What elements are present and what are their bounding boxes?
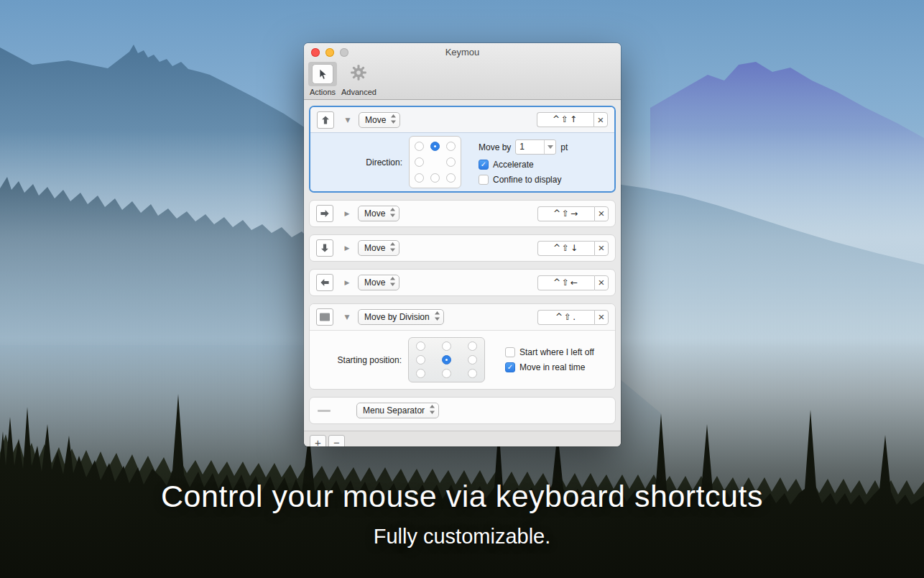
traffic-lights <box>311 48 348 57</box>
close-window-button[interactable] <box>311 48 320 57</box>
row-header[interactable]: ▼ Move by Division ^⇧. × <box>310 304 615 331</box>
window-title: Keymou <box>304 43 621 62</box>
direction-radio[interactable] <box>446 157 456 167</box>
disclosure-closed-icon[interactable]: ▶ <box>343 279 351 286</box>
position-radio-selected[interactable] <box>442 355 451 364</box>
clear-shortcut-button[interactable]: × <box>594 206 609 221</box>
arrow-left-icon <box>316 274 333 291</box>
move-in-real-time-checkbox[interactable]: ✓ <box>505 362 515 372</box>
confine-label: Confine to display <box>493 175 561 185</box>
action-type-select[interactable]: Move <box>358 240 399 256</box>
desktop: Control your mouse via keyboard shortcut… <box>0 0 924 578</box>
clear-shortcut-button[interactable]: × <box>594 275 609 290</box>
arrow-up-icon <box>317 111 334 129</box>
toolbar-item-actions[interactable]: Actions <box>307 62 338 96</box>
action-type-select[interactable]: Move <box>359 112 400 128</box>
arrow-down-icon <box>316 239 333 257</box>
row-header[interactable]: ▶ Move ^⇧↓ × <box>310 235 615 261</box>
toolbar-item-advanced[interactable]: Advanced <box>341 62 376 96</box>
chevron-down-icon[interactable] <box>544 140 555 154</box>
popup-stepper-icon <box>391 114 396 127</box>
action-row-move-by-division[interactable]: ▼ Move by Division ^⇧. × Starting positi… <box>309 303 616 390</box>
move-by-unit: pt <box>560 142 568 152</box>
shortcut-field[interactable]: ^⇧↑ <box>537 112 593 127</box>
direction-grid-center <box>430 157 440 167</box>
popup-stepper-icon <box>430 404 435 417</box>
actions-list: ▼ Move ^⇧↑ × Direction: <box>304 100 621 431</box>
popup-stepper-icon <box>435 311 440 324</box>
row-details: Direction: Move by <box>310 133 614 191</box>
add-action-button[interactable]: + <box>310 435 326 446</box>
hero-headline: Control your mouse via keyboard shortcut… <box>0 479 924 514</box>
row-header[interactable]: ▼ Move ^⇧↑ × <box>310 107 614 133</box>
row-header[interactable]: Menu Separator <box>310 398 615 423</box>
action-row-move-left[interactable]: ▶ Move ^⇧← × <box>309 269 616 296</box>
direction-radio-selected[interactable] <box>430 142 440 151</box>
popup-stepper-icon <box>390 207 395 220</box>
accelerate-label: Accelerate <box>493 160 534 170</box>
move-by-label: Move by <box>479 142 511 152</box>
titlebar[interactable]: Keymou <box>304 43 621 61</box>
position-radio[interactable] <box>442 369 451 378</box>
position-radio[interactable] <box>468 341 477 351</box>
action-type-select[interactable]: Move by Division <box>358 309 444 325</box>
clear-shortcut-button[interactable]: × <box>594 241 609 256</box>
direction-radio[interactable] <box>415 173 424 183</box>
footer-bar: + − <box>304 431 621 446</box>
accelerate-checkbox[interactable]: ✓ <box>479 160 489 170</box>
position-radio[interactable] <box>416 355 425 364</box>
action-row-move-up[interactable]: ▼ Move ^⇧↑ × Direction: <box>309 106 616 193</box>
move-in-real-time-label: Move in real time <box>519 362 585 372</box>
popup-stepper-icon <box>390 276 395 289</box>
start-where-left-off-label: Start where I left off <box>519 347 594 357</box>
position-radio[interactable] <box>442 341 451 351</box>
action-type-select[interactable]: Menu Separator <box>356 403 439 418</box>
shortcut-field[interactable]: ^⇧↓ <box>537 241 594 256</box>
action-row-menu-separator[interactable]: Menu Separator <box>309 397 616 424</box>
direction-grid <box>409 136 461 188</box>
action-type-select[interactable]: Move <box>358 275 399 290</box>
row-header[interactable]: ▶ Move ^⇧← × <box>310 270 615 295</box>
position-radio[interactable] <box>416 369 425 378</box>
direction-radio[interactable] <box>446 142 456 151</box>
starting-position-label: Starting position: <box>310 355 402 365</box>
minimize-window-button[interactable] <box>325 48 334 57</box>
shortcut-field[interactable]: ^⇧→ <box>537 206 594 221</box>
action-row-move-down[interactable]: ▶ Move ^⇧↓ × <box>309 234 616 262</box>
display-icon <box>316 308 333 326</box>
disclosure-closed-icon[interactable]: ▶ <box>343 210 351 217</box>
direction-radio[interactable] <box>446 173 456 183</box>
toolbar-label-actions: Actions <box>310 88 336 96</box>
separator-line-icon <box>316 410 332 412</box>
clear-shortcut-button[interactable]: × <box>593 112 608 127</box>
shortcut-field[interactable]: ^⇧. <box>537 310 594 325</box>
toolbar-label-advanced: Advanced <box>341 88 376 96</box>
starting-position-grid <box>408 337 485 382</box>
disclosure-open-icon[interactable]: ▼ <box>343 116 352 124</box>
popup-stepper-icon <box>390 242 395 254</box>
remove-action-button[interactable]: − <box>328 435 345 446</box>
window-chrome: Keymou Actions <box>304 43 621 100</box>
action-type-select[interactable]: Move <box>358 206 399 221</box>
move-by-input[interactable]: 1 <box>515 139 556 155</box>
disclosure-open-icon[interactable]: ▼ <box>343 313 351 321</box>
direction-radio[interactable] <box>430 173 440 183</box>
row-header[interactable]: ▶ Move ^⇧→ × <box>310 201 615 226</box>
action-row-move-right[interactable]: ▶ Move ^⇧→ × <box>309 200 616 227</box>
start-where-left-off-checkbox[interactable] <box>505 347 515 357</box>
direction-radio[interactable] <box>415 157 424 167</box>
arrow-right-icon <box>316 205 333 222</box>
clear-shortcut-button[interactable]: × <box>594 310 609 325</box>
position-radio[interactable] <box>468 369 477 378</box>
hero-text: Control your mouse via keyboard shortcut… <box>0 479 924 549</box>
cursor-arrow-icon <box>312 64 333 84</box>
direction-radio[interactable] <box>415 142 424 151</box>
disclosure-closed-icon[interactable]: ▶ <box>343 244 351 252</box>
position-radio[interactable] <box>468 355 477 364</box>
confine-to-display-checkbox[interactable] <box>479 175 489 185</box>
shortcut-field[interactable]: ^⇧← <box>537 275 594 290</box>
zoom-window-button <box>340 48 348 57</box>
keymou-window: Keymou Actions <box>304 43 621 446</box>
position-radio[interactable] <box>416 341 425 351</box>
hero-subheadline: Fully customizable. <box>0 525 924 549</box>
